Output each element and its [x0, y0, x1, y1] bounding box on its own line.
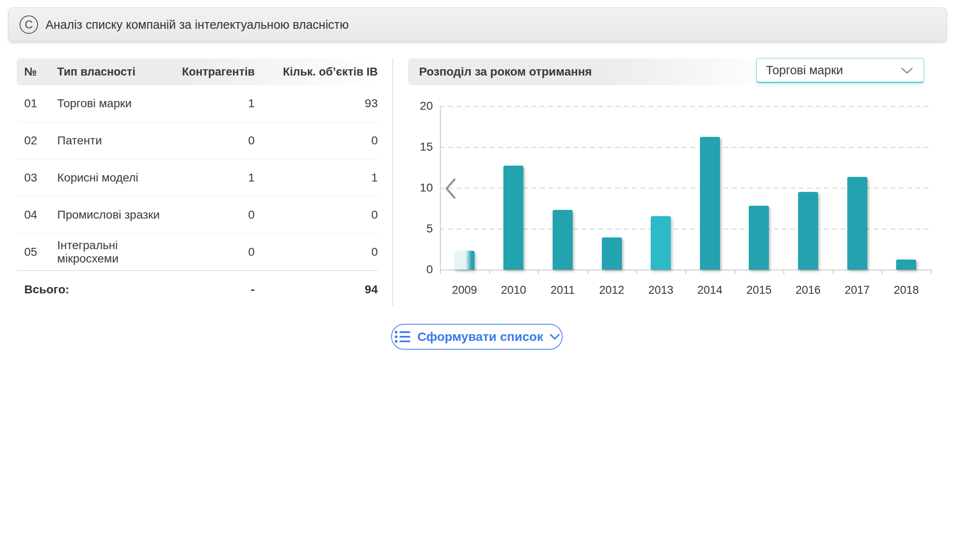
gridline	[440, 147, 931, 148]
bar-2012[interactable]	[602, 237, 622, 270]
chevron-down-icon	[901, 68, 913, 74]
x-axis-label: 2018	[894, 284, 919, 297]
cell-type: Інтегральні мікросхеми	[50, 239, 171, 265]
cell-num: 02	[17, 134, 50, 147]
bar-2016[interactable]	[798, 192, 818, 270]
cell-contragents: 0	[171, 245, 255, 259]
x-axis-label: 2010	[501, 284, 526, 297]
bar-2010[interactable]	[503, 166, 523, 270]
ip-types-table: № Тип власності Контрагентів Кільк. об’є…	[17, 58, 378, 308]
cell-objects: 0	[255, 134, 378, 147]
bar-2017[interactable]	[847, 177, 867, 270]
cell-num: 03	[17, 171, 50, 184]
y-axis-label: 10	[417, 181, 433, 194]
total-contragents: -	[171, 283, 255, 296]
cell-contragents: 1	[171, 97, 255, 110]
x-axis-label: 2015	[746, 284, 771, 297]
x-axis-tick	[685, 270, 686, 274]
col-header-num: №	[17, 66, 50, 78]
x-axis-label: 2013	[648, 284, 673, 297]
x-axis-tick	[440, 270, 441, 274]
x-axis-tick	[538, 270, 539, 274]
y-axis-label: 15	[417, 140, 433, 154]
cell-objects: 0	[255, 208, 378, 222]
y-axis-line	[440, 106, 441, 270]
x-axis-label: 2016	[796, 284, 821, 297]
cell-num: 01	[17, 97, 50, 110]
cell-contragents: 0	[171, 134, 255, 147]
table-total-row: Всього: - 94	[17, 271, 378, 308]
col-header-type: Тип власності	[50, 66, 171, 78]
bar-chart: 0510152020092010201120122013201420152016…	[417, 100, 938, 300]
page: C Аналіз списку компаній за інтелектуаль…	[0, 0, 955, 560]
cell-objects: 0	[255, 245, 378, 259]
cell-num: 05	[17, 245, 50, 259]
x-axis-label: 2011	[551, 284, 575, 297]
table-body: 01Торгові марки19302Патенти0003Корисні м…	[17, 85, 378, 271]
x-axis-tick	[783, 270, 784, 274]
table-row: 03Корисні моделі11	[17, 159, 378, 197]
chevron-down-icon	[550, 334, 560, 340]
copyright-icon: C	[20, 15, 38, 34]
copyright-letter: C	[25, 18, 33, 31]
y-axis-label: 20	[417, 99, 433, 113]
table-row: 05Інтегральні мікросхеми00	[17, 234, 378, 271]
x-axis-tick	[833, 270, 834, 274]
table-row: 04Промислові зразки00	[17, 197, 378, 234]
chevron-left-icon[interactable]	[444, 178, 457, 199]
table-header-row: № Тип власності Контрагентів Кільк. об’є…	[17, 58, 378, 85]
x-axis-tick	[882, 270, 882, 274]
cell-type: Патенти	[50, 134, 171, 147]
page-title: Аналіз списку компаній за інтелектуально…	[45, 18, 349, 32]
app-header: C Аналіз списку компаній за інтелектуаль…	[8, 8, 947, 42]
col-header-contragents: Контрагентів	[171, 66, 255, 78]
total-objects: 94	[255, 283, 378, 296]
x-axis-label: 2014	[697, 284, 723, 297]
x-axis-tick	[489, 270, 490, 274]
cell-contragents: 1	[171, 171, 255, 184]
y-axis-label: 5	[417, 222, 433, 235]
bar-2009[interactable]	[455, 251, 475, 270]
table-row: 01Торгові марки193	[17, 85, 378, 122]
dropdown-value: Торгові марки	[766, 63, 843, 77]
bar-2011[interactable]	[553, 210, 573, 270]
ip-type-dropdown[interactable]: Торгові марки	[756, 58, 924, 83]
total-label: Всього:	[17, 283, 171, 296]
x-axis-tick	[931, 270, 932, 274]
cell-type: Промислові зразки	[50, 208, 171, 222]
y-axis-label: 0	[417, 263, 433, 276]
generate-list-label: Сформувати список	[417, 330, 543, 344]
bar-2015[interactable]	[749, 206, 769, 270]
bar-2018[interactable]	[896, 260, 916, 270]
x-axis-tick	[587, 270, 588, 274]
cell-objects: 1	[255, 171, 378, 184]
cell-contragents: 0	[171, 208, 255, 222]
gridline	[440, 106, 931, 107]
chart-panel-header: Розподіл за роком отримання	[408, 58, 784, 85]
chart-title: Розподіл за роком отримання	[419, 65, 592, 78]
x-axis-label: 2009	[452, 284, 477, 297]
x-axis-tick	[636, 270, 637, 274]
cell-objects: 93	[255, 97, 378, 110]
x-axis-tick	[735, 270, 735, 274]
x-axis-label: 2017	[845, 284, 870, 297]
x-axis-label: 2012	[599, 284, 624, 297]
cell-num: 04	[17, 208, 50, 222]
generate-list-button[interactable]: Сформувати список	[391, 324, 563, 350]
table-row: 02Патенти00	[17, 122, 378, 159]
bar-2013[interactable]	[651, 216, 671, 270]
section-divider	[392, 58, 393, 305]
list-icon	[394, 329, 411, 344]
cell-type: Торгові марки	[50, 97, 171, 110]
cell-type: Корисні моделі	[50, 171, 171, 184]
bar-2014[interactable]	[700, 137, 720, 270]
col-header-objects: Кільк. об’єктів ІВ	[255, 66, 378, 78]
